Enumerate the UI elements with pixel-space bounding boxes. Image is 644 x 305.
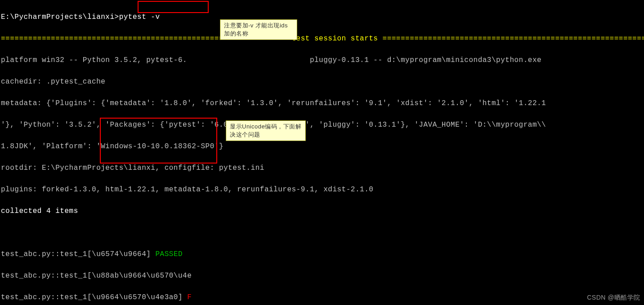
watermark-text: CSDN @晒酷学院 — [587, 293, 640, 302]
test-status: PASSED — [155, 250, 183, 258]
metadata-line-1: metadata: {'Plugins': {'metadata': '1.8.… — [1, 99, 546, 107]
test-id: [\u9664\u6570\u4e3a0] — [87, 293, 183, 301]
rootdir-line: rootdir: E:\PycharmProjects\lianxi, conf… — [1, 164, 264, 172]
prompt-path: E:\PycharmProjects\lianxi> — [1, 13, 119, 21]
test-id: [\u6574\u9664] — [87, 250, 151, 258]
annotation-top: 注意要加-v 才能出现ids加的名称 — [220, 19, 297, 40]
collected-line: collected 4 items — [1, 207, 78, 215]
highlight-command-border — [138, 1, 209, 13]
platform-line: platform win32 -- Python 3.5.2, pytest-6… — [1, 56, 541, 64]
test-id: [\u88ab\u9664\u6570\u4e — [87, 272, 192, 280]
command-text[interactable]: pytest -v — [119, 13, 160, 21]
test-status: F — [187, 293, 192, 301]
highlight-tests-border — [100, 118, 217, 164]
test-name: test_abc.py::test_1 — [1, 293, 87, 301]
test-name: test_abc.py::test_1 — [1, 272, 87, 280]
session-start-line: ========================================… — [1, 35, 644, 43]
plugins-line: plugins: forked-1.3.0, html-1.22.1, meta… — [1, 186, 373, 194]
test-name: test_abc.py::test_1 — [1, 250, 87, 258]
annotation-middle: 显示Unicode编码，下面解决这个问题 — [226, 120, 306, 141]
cachedir-line: cachedir: .pytest_cache — [1, 78, 105, 86]
